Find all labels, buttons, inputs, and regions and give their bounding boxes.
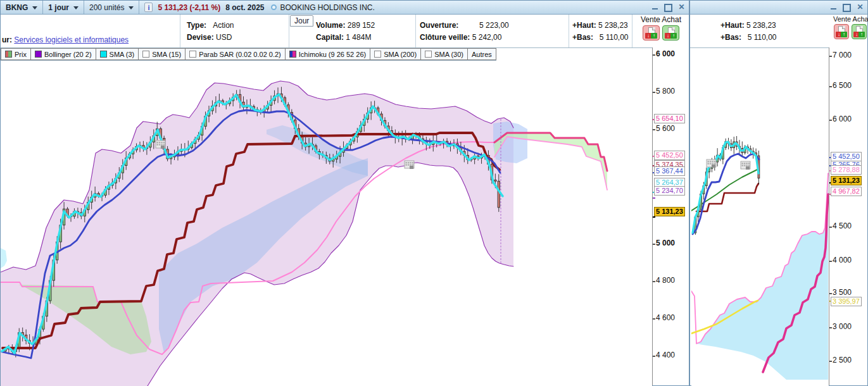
axis-tick: [829, 261, 832, 262]
maximize-button[interactable]: [842, 3, 852, 12]
sector-link[interactable]: Services logiciels et informatiques: [14, 35, 129, 44]
achat-button[interactable]: ↓ ↑: [852, 24, 867, 39]
legend-item-label: SMA (15): [152, 51, 181, 58]
axis-tick: [653, 216, 655, 218]
vente-achat-header: Vente Achat: [634, 15, 688, 24]
axis-tick: [653, 318, 655, 320]
last-price: 5 131,23 (-2,11 %): [158, 3, 220, 12]
secondary-price-chart[interactable]: [691, 48, 829, 386]
event-calendar-icon[interactable]: [405, 161, 414, 169]
high-value: 5 238,23: [598, 21, 628, 30]
close-button[interactable]: ✕: [855, 3, 865, 12]
arrow-up-icon: ↑: [670, 33, 677, 39]
axis-tick: [829, 86, 832, 87]
quote-date: 8 oct. 2025: [225, 3, 264, 12]
indicator-swatch-icon: [35, 51, 42, 58]
minimize-button[interactable]: [650, 3, 660, 12]
trade-panel: Vente Achat ↓ ↑ ↓ ↑: [833, 15, 867, 39]
symbol-dropdown[interactable]: BKNG: [1, 1, 43, 14]
main-price-axis[interactable]: 6 0005 8005 6005 0004 8004 6004 4005 654…: [652, 47, 689, 385]
main-price-chart[interactable]: [1, 48, 652, 386]
vente-button[interactable]: ↓ ↑: [834, 24, 849, 39]
indicator-swatch-icon: [289, 51, 296, 58]
type-row: Type: Action Devise: USD: [187, 20, 234, 44]
axis-tick: [829, 120, 832, 121]
legend-item-label: SMA (30): [434, 51, 463, 58]
maximize-button[interactable]: [664, 3, 673, 12]
legend-item-bollinger-20-2[interactable]: Bollinger (20 2): [31, 48, 96, 60]
highlow-row: +Haut: 5 238,23 +Bas: 5 110,00: [720, 20, 777, 44]
capital-label: Capital:: [316, 33, 344, 42]
high-label: +Haut:: [572, 21, 596, 30]
tab-jour[interactable]: Jour: [290, 15, 313, 27]
event-calendar-icon[interactable]: [741, 161, 750, 170]
axis-tick: [653, 356, 655, 357]
axis-price-label: 5 800: [656, 87, 675, 96]
legend-item-prix[interactable]: Prix: [1, 48, 31, 60]
low-value: 5 110,00: [748, 33, 777, 42]
indicator-value-label: 5 131,23: [654, 207, 685, 216]
legend-item-label: SMA (200): [384, 51, 417, 58]
legend-item-sma-200[interactable]: SMA (200): [370, 48, 421, 60]
period-dropdown[interactable]: 1 jour: [43, 1, 84, 14]
axis-price-label: 4 000: [833, 256, 852, 265]
checkbox[interactable]: [374, 51, 381, 58]
caret-down-icon: [32, 6, 37, 12]
axis-tick: [829, 327, 832, 328]
achat-button[interactable]: ↓ ↑: [662, 25, 679, 40]
open-value: 5 223,00: [479, 21, 509, 30]
units-label: 200 unités: [89, 3, 124, 12]
event-calendar-icon[interactable]: [707, 159, 716, 168]
axis-tick: [653, 244, 655, 245]
legend-item-label: Autres: [472, 51, 492, 58]
legend-item-sma-30[interactable]: SMA (30): [421, 48, 468, 60]
high-value: 5 238,23: [746, 21, 776, 30]
legend-item-label: Bollinger (20 2): [44, 51, 92, 58]
arrow-up-icon: ↑: [841, 32, 847, 37]
axis-tick: [653, 54, 655, 56]
indicator-swatch-icon: [5, 51, 12, 58]
status-circle-icon: [271, 4, 277, 10]
prevclose-label: Clôture veille:: [420, 33, 470, 42]
info-icon[interactable]: i: [144, 3, 153, 12]
minimize-button[interactable]: [829, 3, 838, 12]
legend-item-sma-15[interactable]: SMA (15): [139, 48, 186, 60]
caret-down-icon: [129, 6, 134, 12]
prevclose-value: 5 242,00: [472, 33, 502, 42]
legend-item-sma-3[interactable]: SMA (3): [96, 48, 139, 60]
axis-tick: [829, 227, 832, 228]
capital-value: 1 484M: [346, 33, 371, 42]
symbol-label: BKNG: [6, 3, 28, 12]
highlow-row: +Haut: 5 238,23 +Bas: 5 110,00: [572, 20, 629, 44]
axis-price-label: 4 800: [656, 276, 675, 285]
units-dropdown[interactable]: 200 unités: [84, 1, 139, 14]
axis-price-label: 5 000: [656, 239, 675, 247]
indicator-value-label: 5 278,88: [831, 165, 862, 175]
close-button[interactable]: ✕: [677, 3, 686, 12]
checkbox[interactable]: [189, 51, 196, 58]
indicator-value-label: 5 234,70: [654, 186, 685, 196]
indicator-value-label: 4 967,82: [831, 187, 862, 196]
axis-tick: [829, 361, 832, 362]
event-calendar-icon[interactable]: [156, 140, 165, 149]
axis-tick: [653, 129, 655, 130]
secondary-titlebar: ✕: [690, 1, 867, 15]
axis-price-label: 2 500: [833, 356, 852, 364]
axis-price-label: 6 000: [833, 115, 852, 123]
secondary-price-axis[interactable]: 7 0006 5006 0004 5004 0003 5003 0002 500…: [829, 47, 867, 385]
axis-tick: [653, 92, 655, 93]
arrow-up-icon: ↑: [859, 32, 865, 37]
low-label: +Bas:: [572, 33, 593, 42]
indicator-value-label: 5 367,44: [654, 166, 685, 176]
axis-tick: [829, 293, 832, 294]
low-value: 5 110,00: [600, 33, 629, 42]
checkbox[interactable]: [142, 51, 149, 58]
legend-item-autres[interactable]: Autres: [468, 48, 496, 60]
checkbox[interactable]: [425, 51, 432, 58]
legend-item-parab-sar-0-02-0-02-0-2[interactable]: Parab SAR (0.02 0.02 0.2): [186, 48, 286, 60]
legend-item-ichimoku-9-26-52-26[interactable]: Ichimoku (9 26 52 26): [286, 48, 370, 60]
vente-achat-header: Vente Achat: [833, 15, 867, 23]
cloud-area: [1, 248, 7, 268]
legend-item-label: Prix: [15, 51, 27, 58]
vente-button[interactable]: ↓ ↑: [643, 25, 660, 40]
